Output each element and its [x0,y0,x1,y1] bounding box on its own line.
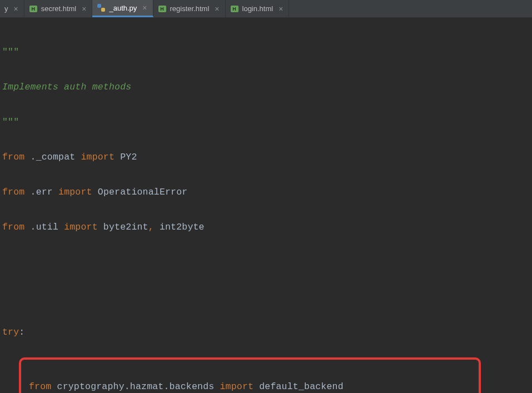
close-icon[interactable]: × [142,4,147,12]
highlight-annotation: from cryptography.hazmat.backends import… [19,357,481,394]
tab-auth-py[interactable]: _auth.py × [92,0,153,17]
html-file-icon [29,4,38,13]
code-line: from .util import byte2int, int2byte [0,218,532,236]
code-line: from cryptography.hazmat.backends import… [21,378,479,393]
tab-label: login.html [242,4,274,13]
tab-secret-html[interactable]: secret.html × [24,0,93,17]
tab-bar: y × secret.html × _auth.py × register.ht… [0,0,532,18]
close-icon[interactable]: × [82,5,86,13]
tab-label: secret.html [41,4,77,13]
tab-label: y [4,4,8,13]
html-file-icon [158,4,167,13]
code-line [0,253,532,271]
close-icon[interactable]: × [215,5,219,13]
code-line: Implements auth methods [0,78,532,96]
code-line: try: [0,324,532,341]
code-line: from ._compat import PY2 [0,148,532,166]
tab-partial-py[interactable]: y × [0,0,24,17]
code-line [0,288,532,306]
tab-label: _auth.py [109,4,137,12]
code-line: """ [0,113,532,131]
html-file-icon [230,4,239,13]
tab-label: register.html [170,4,210,13]
code-editor[interactable]: """ Implements auth methods """ from ._c… [0,18,532,393]
tab-register-html[interactable]: register.html × [153,0,226,17]
close-icon[interactable]: × [14,5,18,13]
tab-login-html[interactable]: login.html × [226,0,290,17]
code-line: """ [0,43,532,61]
code-line: from .err import OperationalError [0,183,532,201]
python-file-icon [97,3,106,12]
close-icon[interactable]: × [279,5,283,13]
